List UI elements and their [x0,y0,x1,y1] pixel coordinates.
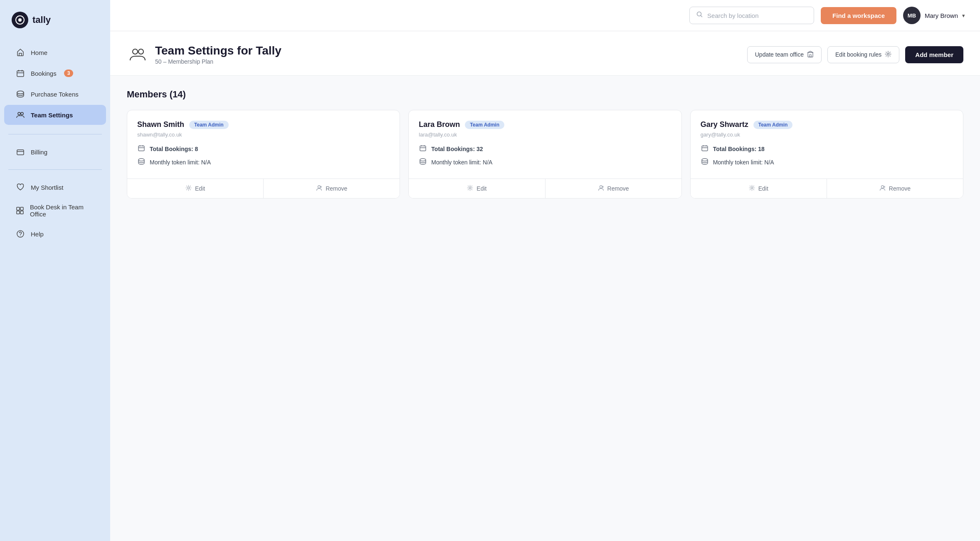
svg-point-3 [17,91,24,94]
svg-point-29 [751,187,753,189]
sidebar-divider-2 [8,169,102,170]
member-remove-button[interactable]: Remove [546,179,681,198]
member-token-label: Monthly token limit: N/A [150,159,211,166]
purchase-tokens-icon [16,89,25,99]
help-icon [16,229,25,238]
member-card-body: Gary Shwartz Team Admin gary@tally.co.uk… [691,110,963,179]
add-member-button[interactable]: Add member [905,46,963,63]
user-name: Mary Brown [925,12,958,19]
member-card-footer: Edit Remove [409,179,681,198]
member-card-footer: Edit Remove [127,179,400,198]
member-email: lara@tally.co.uk [419,132,671,138]
search-placeholder-text: Search by location [707,12,758,19]
token-stat-icon [137,158,146,167]
sidebar-item-bookings-label: Bookings [31,70,57,77]
member-email: gary@tally.co.uk [701,132,953,138]
gear-icon [885,51,891,59]
user-menu[interactable]: MB Mary Brown ▾ [903,7,965,24]
sidebar-item-home[interactable]: Home [4,42,106,62]
svg-rect-9 [17,211,20,214]
page-content: Team Settings for Tally 50 – Membership … [110,31,980,541]
update-team-office-button[interactable]: Update team office [747,46,822,63]
token-stat-icon [701,158,709,167]
page-subtitle: 50 – Membership Plan [155,58,281,65]
member-token-label: Monthly token limit: N/A [431,159,492,166]
members-heading: Members (14) [127,89,963,100]
svg-rect-8 [20,207,23,210]
home-icon [16,48,25,57]
svg-point-18 [887,53,889,55]
edit-gear-icon [467,185,473,192]
sidebar-item-bookings[interactable]: Bookings 3 [4,63,106,83]
logo-icon [12,12,28,28]
sidebar-item-help[interactable]: Help [4,224,106,244]
svg-rect-10 [20,211,23,214]
member-token-stat: Monthly token limit: N/A [137,158,390,167]
sidebar-item-purchase-tokens[interactable]: Purchase Tokens [4,84,106,104]
member-name: Lara Brown [419,120,460,129]
svg-rect-6 [17,150,24,155]
svg-rect-27 [702,146,708,151]
remove-icon [598,185,604,192]
member-edit-button[interactable]: Edit [127,179,264,198]
member-remove-button[interactable]: Remove [264,179,400,198]
sidebar-item-team-settings[interactable]: Team Settings [4,105,106,125]
sidebar-item-home-label: Home [31,49,47,56]
edit-gear-icon [749,185,755,192]
sidebar-item-purchase-tokens-label: Purchase Tokens [31,91,79,98]
role-badge: Team Admin [465,121,504,129]
page-header: Team Settings for Tally 50 – Membership … [110,31,980,76]
edit-label: Edit [758,185,768,192]
svg-rect-23 [420,146,426,151]
svg-point-4 [18,112,20,115]
page-title-area: Team Settings for Tally 50 – Membership … [127,44,281,65]
member-name: Shawn Smith [137,120,184,129]
edit-label: Edit [476,185,486,192]
search-box[interactable]: Search by location [689,7,814,24]
sidebar-item-book-desk[interactable]: Book Desk in Team Office [4,198,106,223]
role-badge: Team Admin [189,121,229,129]
member-edit-button[interactable]: Edit [691,179,827,198]
svg-point-20 [138,159,144,161]
edit-booking-rules-button[interactable]: Edit booking rules [827,46,899,63]
page-title: Team Settings for Tally [155,44,281,57]
svg-point-24 [420,159,426,161]
sidebar-item-my-shortlist[interactable]: My Shortlist [4,177,106,197]
page-actions: Update team office Edit booking rules [747,46,963,63]
members-grid: Shawn Smith Team Admin shawn@tally.co.uk… [127,110,963,199]
edit-booking-rules-label: Edit booking rules [835,51,881,58]
chevron-down-icon: ▾ [962,12,965,19]
member-bookings-label: Total Bookings: 32 [431,146,483,152]
find-workspace-button[interactable]: Find a workspace [821,7,896,24]
bookings-stat-icon [701,144,709,154]
sidebar: tally Home Bookings 3 [0,0,110,541]
token-stat-icon [419,158,427,167]
member-name: Gary Shwartz [701,120,748,129]
bookings-stat-icon [137,144,146,154]
edit-label: Edit [195,185,205,192]
sidebar-item-team-settings-label: Team Settings [31,112,73,119]
bookings-badge: 3 [64,69,74,77]
building-icon [807,51,814,59]
page-team-icon [127,44,148,65]
member-name-row: Lara Brown Team Admin [419,120,671,129]
svg-point-14 [133,49,138,54]
svg-point-12 [20,236,21,236]
search-icon [696,11,703,20]
svg-point-5 [21,112,23,115]
svg-point-28 [702,159,708,161]
member-token-stat: Monthly token limit: N/A [701,158,953,167]
sidebar-item-billing[interactable]: Billing [4,142,106,162]
svg-rect-19 [138,146,144,151]
member-edit-button[interactable]: Edit [409,179,545,198]
member-email: shawn@tally.co.uk [137,132,390,138]
svg-point-25 [469,187,471,189]
member-card-footer: Edit Remove [691,179,963,198]
member-bookings-stat: Total Bookings: 32 [419,144,671,154]
shortlist-icon [16,183,25,192]
svg-point-15 [138,49,143,54]
sidebar-item-billing-label: Billing [31,149,47,156]
bookings-stat-icon [419,144,427,154]
top-header: Search by location Find a workspace MB M… [110,0,980,31]
member-remove-button[interactable]: Remove [827,179,963,198]
